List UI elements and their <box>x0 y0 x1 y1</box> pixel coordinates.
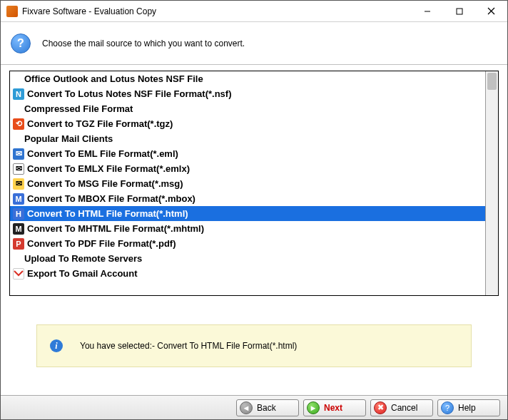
maximize-button[interactable] <box>443 1 475 22</box>
tgz-icon: ⟲ <box>13 118 24 130</box>
help-icon: ? <box>441 401 454 414</box>
button-label: Cancel <box>391 403 417 413</box>
eml-icon: ✉ <box>13 148 24 160</box>
list-body: Office Outlook and Lotus Notes NSF File … <box>10 71 486 295</box>
item-label: Convert To Lotus Notes NSF File Format(*… <box>27 88 232 99</box>
info-box: i You have selected:- Convert To HTML Fi… <box>36 324 472 367</box>
info-icon: i <box>50 339 63 352</box>
section-header: Upload To Remote Servers <box>10 251 485 266</box>
item-label: Convert To HTML File Format(*.html) <box>27 208 188 219</box>
content: Office Outlook and Lotus Notes NSF File … <box>1 65 507 367</box>
svg-rect-1 <box>457 9 462 14</box>
mbox-icon: M <box>13 193 24 205</box>
list-item-tgz[interactable]: ⟲Convert to TGZ File Format(*.tgz) <box>10 116 485 131</box>
instruction-text: Choose the mail source to which you want… <box>42 39 245 48</box>
minimize-button[interactable] <box>411 1 443 22</box>
scrollbar[interactable] <box>486 71 498 295</box>
item-label: Export To Gmail Account <box>27 268 138 279</box>
button-label: Back <box>257 403 276 413</box>
format-list: Office Outlook and Lotus Notes NSF File … <box>9 71 499 296</box>
footer: ◄Back ►Next ✖Cancel ?Help <box>1 395 507 419</box>
header: ? Choose the mail source to which you wa… <box>1 22 507 65</box>
question-icon: ? <box>11 34 31 53</box>
close-button[interactable] <box>475 1 507 22</box>
gmail-icon <box>13 268 24 280</box>
list-item-gmail[interactable]: Export To Gmail Account <box>10 266 485 281</box>
list-item-html[interactable]: HConvert To HTML File Format(*.html) <box>10 206 485 221</box>
back-button[interactable]: ◄Back <box>236 399 299 416</box>
window-title: Fixvare Software - Evaluation Copy <box>22 6 411 16</box>
next-button[interactable]: ►Next <box>303 399 366 416</box>
cancel-button[interactable]: ✖Cancel <box>370 399 433 416</box>
item-label: Convert To EMLX File Format(*.emlx) <box>27 163 190 174</box>
item-label: Convert To MHTML File Format(*.mhtml) <box>27 223 204 234</box>
section-header: Office Outlook and Lotus Notes NSF File <box>10 71 485 86</box>
item-label: Convert To PDF File Format(*.pdf) <box>27 238 176 249</box>
list-item-mhtml[interactable]: MConvert To MHTML File Format(*.mhtml) <box>10 221 485 236</box>
nsf-icon: N <box>13 88 24 100</box>
list-item-emlx[interactable]: ✉Convert To EMLX File Format(*.emlx) <box>10 161 485 176</box>
scrollbar-thumb[interactable] <box>487 73 497 90</box>
button-label: Next <box>324 403 342 413</box>
mhtml-icon: M <box>13 223 24 235</box>
help-button[interactable]: ?Help <box>437 399 500 416</box>
list-item-nsf[interactable]: NConvert To Lotus Notes NSF File Format(… <box>10 86 485 101</box>
list-item-msg[interactable]: ✉Convert To MSG File Format(*.msg) <box>10 176 485 191</box>
item-label: Convert To EML File Format(*.eml) <box>27 148 178 159</box>
list-item-eml[interactable]: ✉Convert To EML File Format(*.eml) <box>10 146 485 161</box>
html-icon: H <box>13 208 24 220</box>
list-item-mbox[interactable]: MConvert To MBOX File Format(*.mbox) <box>10 191 485 206</box>
cancel-icon: ✖ <box>374 401 387 414</box>
msg-icon: ✉ <box>13 178 24 190</box>
item-label: Convert To MBOX File Format(*.mbox) <box>27 193 195 204</box>
item-label: Convert to TGZ File Format(*.tgz) <box>27 118 173 129</box>
list-item-pdf[interactable]: PConvert To PDF File Format(*.pdf) <box>10 236 485 251</box>
info-message: You have selected:- Convert To HTML File… <box>80 341 297 351</box>
emlx-icon: ✉ <box>13 163 24 175</box>
item-label: Convert To MSG File Format(*.msg) <box>27 178 183 189</box>
section-header: Popular Mail Clients <box>10 131 485 146</box>
app-icon <box>6 6 18 17</box>
button-label: Help <box>458 403 476 413</box>
pdf-icon: P <box>13 238 24 250</box>
back-icon: ◄ <box>240 401 253 414</box>
section-header: Compressed File Format <box>10 101 485 116</box>
titlebar: Fixvare Software - Evaluation Copy <box>1 1 507 22</box>
next-icon: ► <box>307 401 320 414</box>
